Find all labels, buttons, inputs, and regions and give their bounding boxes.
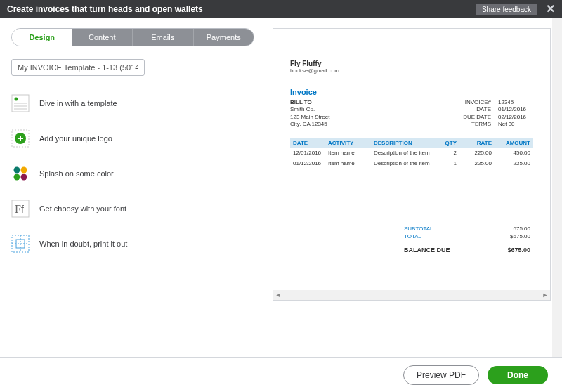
option-logo[interactable]: Add your unique logo <box>11 129 254 148</box>
svg-point-1 <box>15 98 18 101</box>
template-name-input[interactable] <box>11 59 145 76</box>
tab-content[interactable]: Content <box>72 29 133 46</box>
font-icon: Ff <box>11 200 30 218</box>
option-print[interactable]: When in doubt, print it out <box>11 235 254 253</box>
share-feedback-button[interactable]: Share feedback <box>476 4 537 15</box>
invoice-preview: Fly Fluffy bockse@gmail.com Invoice BILL… <box>273 28 551 301</box>
option-template[interactable]: Dive in with a template <box>11 94 254 112</box>
left-panel: Design Content Emails Payments Dive in w… <box>11 28 254 348</box>
option-print-label: When in doubt, print it out <box>39 240 127 248</box>
print-icon <box>11 235 30 253</box>
option-font-label: Get choosy with your font <box>39 204 126 213</box>
done-button[interactable]: Done <box>488 366 548 384</box>
option-color-label: Splash on some color <box>39 169 114 178</box>
bill-to-name: Smith Co. <box>290 106 329 113</box>
invoice-meta: INVOICE#12345 DATE01/12/2016 DUE DATE02/… <box>452 99 533 129</box>
option-font[interactable]: Ff Get choosy with your font <box>11 200 254 218</box>
tab-bar: Design Content Emails Payments <box>11 28 254 46</box>
option-template-label: Dive in with a template <box>39 99 117 107</box>
company-name: Fly Fluffy <box>290 60 533 67</box>
scroll-left-icon[interactable]: ◄ <box>275 292 282 299</box>
svg-point-12 <box>21 174 27 181</box>
invoice-table: DATE ACTIVITY DESCRIPTION QTY RATE AMOUN… <box>290 138 533 169</box>
preview-horizontal-scrollbar[interactable]: ◄ ► <box>273 290 550 300</box>
template-icon <box>11 94 30 112</box>
table-row: 12/01/2016 Item name Description of the … <box>290 148 533 158</box>
footer-bar: Preview PDF Done <box>0 357 562 392</box>
svg-text:f: f <box>21 204 24 215</box>
company-email: bockse@gmail.com <box>290 67 533 74</box>
bill-to-block: BILL TO Smith Co. 123 Main Street City, … <box>290 99 329 129</box>
close-icon[interactable]: ✕ <box>546 4 555 15</box>
scroll-right-icon[interactable]: ► <box>542 292 549 299</box>
preview-pdf-button[interactable]: Preview PDF <box>403 365 479 385</box>
invoice-label: Invoice <box>290 88 533 96</box>
tab-payments[interactable]: Payments <box>193 29 254 46</box>
top-bar: Create invoices that turn heads and open… <box>0 0 562 18</box>
bill-to-city: City, CA 12345 <box>290 121 329 128</box>
logo-icon <box>11 129 30 148</box>
page-title: Create invoices that turn heads and open… <box>7 4 203 14</box>
totals-block: SUBTOTAL675.00 TOTAL$675.00 BALANCE DUE$… <box>290 225 533 254</box>
option-logo-label: Add your unique logo <box>39 134 112 143</box>
svg-point-11 <box>14 174 20 181</box>
tab-emails[interactable]: Emails <box>132 29 193 46</box>
svg-point-10 <box>21 167 27 174</box>
bill-to-label: BILL TO <box>290 99 329 106</box>
bill-to-street: 123 Main Street <box>290 114 329 121</box>
svg-point-9 <box>14 167 20 174</box>
table-row: 01/12/2016 Item name Description of the … <box>290 158 533 169</box>
page-scrollbar[interactable] <box>552 18 562 357</box>
tab-design[interactable]: Design <box>12 29 72 46</box>
color-icon <box>11 164 30 183</box>
option-color[interactable]: Splash on some color <box>11 164 254 183</box>
svg-text:F: F <box>15 203 21 215</box>
